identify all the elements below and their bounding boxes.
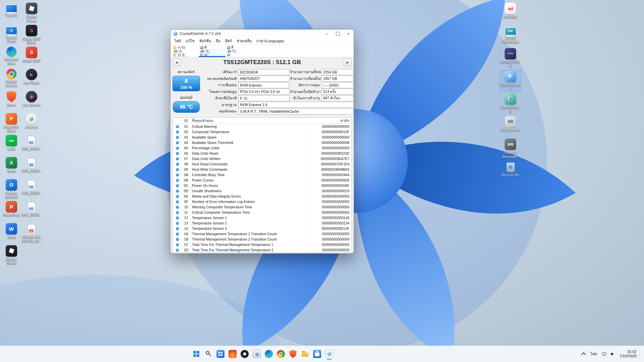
desktop-icon-cpuid-cpu-z[interactable]: CPUCPUID CPU-Z (500, 47, 521, 69)
desktop-icon-google-chrome[interactable]: Google Chrome (1, 68, 21, 89)
taskbar-edge-button[interactable] (263, 347, 275, 361)
desktop-icon-hd-tune-pro[interactable]: HDHD Tune Pro (500, 115, 521, 134)
desktop-icon-control-panel[interactable]: ⚙Control Panel (1, 24, 21, 45)
desktop-icon-ace-stream[interactable]: ◉Ace Stream (21, 90, 42, 108)
smart-status-dot (176, 136, 179, 139)
desktop-icon-label: CrystalDiskInfo (500, 83, 521, 91)
smart-status-dot (176, 163, 179, 166)
desktop-icon-recycle-bin[interactable]: ♻Recycle Bin (500, 161, 521, 178)
ace-player-glyph: ▶ (30, 73, 33, 76)
smart-status-dot-cell (173, 215, 182, 220)
desktop-icon-foxit-pdf-editor[interactable]: FFoxit PDF Editor (1, 112, 21, 134)
desktop-icon-pdf-file[interactable]: PDFManual Join AZURE_30-... (21, 222, 42, 248)
menu-disk[interactable]: ดิสก์ (223, 37, 235, 45)
desktop-icon-label: Microsoft Edge (1, 58, 21, 65)
smart-attr-raw-value: 00000000000146 (306, 215, 351, 220)
desktop-icon-microsoft-edge[interactable]: Microsoft Edge (1, 46, 21, 66)
snagit-2020-editor-glyph: S (30, 28, 33, 33)
desktop-icon-roblox-studio[interactable]: Roblox Studio (1, 245, 21, 266)
desktop-icon-crystaldiskmark[interactable]: 9CrystalDisk...9 (500, 93, 521, 114)
menu-help[interactable]: ช่วยเหลือ (234, 37, 254, 45)
smart-attr-id: 08 (182, 161, 190, 167)
taskbar-search-button[interactable] (203, 347, 214, 361)
desktop-icon-vmware-workstation[interactable]: vmVMware Workstati... (500, 138, 521, 160)
menu-edit[interactable]: แก้ไข (183, 37, 197, 45)
health-label: สถานะดิสก์ (178, 69, 195, 75)
taskbar-crystaldiskinfo-button[interactable] (324, 347, 335, 361)
menu-file[interactable]: ไฟล์ (172, 37, 183, 45)
desktop-icon-this-pc[interactable]: This PC (1, 2, 21, 19)
menu-theme[interactable]: ธีม (213, 37, 223, 45)
desktop-icon-snagit-2020-editor[interactable]: SSnagit 2020 Editor (21, 24, 42, 46)
crystaldiskinfo-window: CrystalDiskInfo 9.7.2 x64 – × ไฟล์แก้ไขฟ… (170, 29, 354, 254)
tray-icon-group[interactable] (602, 351, 615, 357)
smart-attr-name: Temperature Sensor 3 (190, 226, 306, 231)
volume-icon[interactable] (610, 351, 615, 357)
desktop-icon-powerpoint[interactable]: PPowerPoint (1, 200, 21, 218)
word-glyph: W (9, 226, 14, 231)
smart-attr-id: 0A (182, 172, 190, 177)
smart-row-1D: 1DTotal Time For Thermal Management Temp… (173, 247, 351, 253)
field-value: S.M.A.R.T., TRIM, VolatileWriteCache (238, 108, 354, 114)
menu-function[interactable]: ฟังก์ชั่น (197, 37, 213, 45)
smart-attr-id: 1A (182, 231, 190, 237)
prev-drive-button[interactable]: ◀ (172, 59, 181, 66)
temperature-box[interactable]: 46 °C (173, 101, 200, 113)
smart-status-dot (176, 249, 179, 252)
desktop-icon-image-file[interactable]: IMG_20250... (21, 200, 42, 222)
close-button[interactable]: × (343, 30, 354, 38)
drive-tab-1[interactable]: ดี46 °CF: G: (199, 45, 226, 57)
taskbar-start-button[interactable] (191, 347, 202, 361)
taskbar-chrome-button[interactable] (275, 347, 287, 361)
smart-attr-raw-value: 0000000000013F (306, 129, 351, 135)
show-desktop-button[interactable] (639, 349, 641, 359)
desktop-icon-roblox-player[interactable]: Roblox Player (21, 2, 42, 24)
field-value: F: G: (238, 95, 289, 101)
desktop-icon-anydesk[interactable]: adAnyDesk (500, 2, 521, 20)
desktop-icon-ace-player[interactable]: ▶Ace Player (21, 68, 42, 86)
smart-attr-raw-value: 00000000000000 (306, 145, 351, 151)
pdf-file-icon: PDF (28, 224, 36, 234)
minimize-button[interactable]: – (321, 30, 332, 38)
taskbar-flame-button[interactable] (227, 347, 238, 361)
desktop-icon-utorrent[interactable]: µμTorrent (21, 112, 42, 131)
powerpoint-glyph: P (10, 204, 13, 209)
drive-tab-0[interactable]: ระวัง39 °CC: D: E: (172, 45, 199, 57)
maximize-button[interactable] (332, 30, 343, 38)
smart-status-dot-cell (173, 226, 182, 231)
desktop-icon-image-file[interactable]: IMG_20250... (21, 134, 42, 156)
tray-chevron-icon[interactable] (581, 352, 586, 357)
language-indicator[interactable]: ไทย (591, 351, 597, 357)
desktop-icon-crystaldiskinfo[interactable]: CrystalDiskInfo (500, 70, 521, 92)
desktop-icon-excel[interactable]: XExcel (1, 156, 21, 174)
taskbar-roblox-button[interactable] (239, 347, 250, 361)
taskbar-store-button[interactable] (311, 347, 323, 361)
drive-tab-2[interactable]: ดี38 °CH: (226, 45, 252, 57)
smart-status-dot-cell (173, 145, 182, 151)
smart-status-dot (176, 243, 179, 246)
recycle-bin-icon: ♻ (506, 162, 515, 172)
clock[interactable]: 15:02 7/10/2025 (620, 350, 637, 359)
smart-row-1C: 1CTotal Time For Thermal Management Temp… (173, 242, 351, 247)
smart-attr-id: 0C (182, 183, 190, 188)
taskbar-explorer-button[interactable] (299, 347, 311, 361)
taskbar-blue-tiles-button[interactable] (215, 347, 226, 361)
taskbar-camera-button[interactable] (251, 347, 262, 361)
desktop-icon-image-file[interactable]: IMG_20250... (21, 156, 42, 178)
desktop-icon-brave[interactable]: Brave (1, 90, 21, 108)
desktop-icon-image-file[interactable]: IMG_20250... (21, 178, 42, 200)
smart-status-dot (176, 184, 179, 187)
window-titlebar[interactable]: CrystalDiskInfo 9.7.2 x64 – × (170, 30, 354, 38)
smart-attr-id: 11 (182, 210, 190, 215)
desktop-icon-cpuid-hwmonitor[interactable]: HWCPUID HWMonitor (500, 25, 521, 45)
taskbar-brave-button[interactable] (287, 347, 299, 361)
smart-status-dot (176, 195, 179, 198)
desktop-icon-snagit-2020[interactable]: SSnagit 2020 (21, 46, 42, 64)
desktop-icon-word[interactable]: WWord (1, 222, 21, 241)
health-status-box[interactable]: ดี 100 % (172, 76, 200, 91)
network-icon[interactable] (602, 351, 607, 357)
desktop-icon-outlook-classic[interactable]: OOutlook (classic) (1, 178, 21, 200)
menu-language[interactable]: ภาษา(Language) (254, 37, 287, 45)
next-drive-button[interactable]: ▶ (344, 59, 352, 66)
desktop-icon-line[interactable]: LINELINE (1, 134, 21, 152)
